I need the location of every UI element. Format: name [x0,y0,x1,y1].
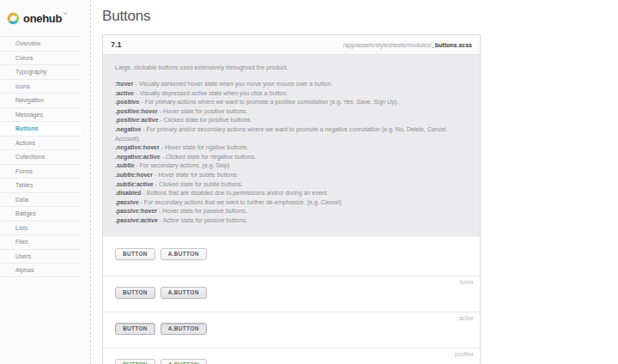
sidebar: onehub ™ OverviewColorsTypographyIconsNa… [0,0,91,364]
example-state-label: :hover [458,279,474,285]
logo-trademark: ™ [63,11,67,16]
class-definition-desc: - Clicked state for negative buttons. [161,154,256,160]
button-examples: BUTTONA.BUTTON :hover BUTTONA.BUTTON :ac… [103,237,480,364]
class-definition: .disabled - Buttons that are disabled du… [115,189,468,198]
sidebar-item-overview[interactable]: Overview [0,36,81,51]
class-definition-term: .positive [115,99,139,105]
class-definition-desc: - Active state for passive buttons. [160,217,248,223]
file-path-prefix: /app/assets/stylesheets/modules/ [343,42,432,48]
example-state-label: .positive [453,351,474,357]
class-definition-term: .subtle:hover [115,172,153,178]
example-button[interactable]: A.BUTTON [161,359,207,364]
sidebar-item-badges[interactable]: Badges [0,206,81,221]
sidebar-item-navigation[interactable]: Navigation [0,93,81,107]
class-definition-term: .positive:hover [115,108,158,114]
class-definition-desc: - Hover state for ngative buttons. [161,144,249,150]
class-definition-term: .negative:hover [115,144,160,150]
sidebar-item-data[interactable]: Data [0,192,81,207]
sidebar-item-lists[interactable]: Lists [0,221,81,235]
class-definition-desc: - Hover state for passive buttons. [159,208,247,214]
class-definition-desc: - Clicked state for positive buttons. [161,117,252,123]
example-button[interactable]: BUTTON [115,323,155,335]
example-state-label: :active [457,315,474,321]
main-content: Buttons 7.1 /app/assets/stylesheets/modu… [91,0,618,364]
class-definition-desc: - For secondary actions that we want to … [141,199,342,205]
file-path-name: _buttons.scss [432,42,472,48]
class-definition-desc: - For primary and/or secondary actions w… [115,126,446,142]
class-definition: .positive - For primary actions where we… [115,98,468,107]
sidebar-item-typography[interactable]: Typography [0,64,81,79]
sidebar-item-alphas[interactable]: Alphas [0,263,81,277]
onehub-logo-icon [7,12,20,25]
class-definition-term: .negative:active [115,154,161,160]
class-definition-term: .disabled [115,190,141,196]
class-definition: .subtle - For secondary actions. (e.g. S… [115,161,468,171]
class-definition-desc: - For secondary actions. (e.g. Skip) [136,162,230,168]
class-definition-desc: - For primary actions where we want to p… [141,99,398,105]
example-button[interactable]: A.BUTTON [161,287,207,299]
app-root: onehub ™ OverviewColorsTypographyIconsNa… [0,0,618,364]
class-definitions: :hover - Visually darkened hover state w… [115,80,468,226]
example-button-group: BUTTONA.BUTTON [115,248,480,260]
class-definition-desc: - Visually darkened hover state when you… [135,81,332,87]
class-definition-term: .passive:hover [115,208,157,214]
example-row-hover: :hover BUTTONA.BUTTON [103,276,480,312]
class-definition: .negative - For primary and/or secondary… [115,125,468,143]
class-definition: .passive:hover - Hover state for passive… [115,207,468,216]
class-definition-term: .subtle:active [115,181,154,187]
class-definition: .negative:hover - Hover state for ngativ… [115,143,468,153]
sidebar-item-forms[interactable]: Forms [0,164,81,179]
class-definition-term: .positive:active [115,117,159,123]
sidebar-item-users[interactable]: Users [0,249,81,264]
section-number: 7.1 [111,40,122,49]
page-title: Buttons [102,8,618,25]
sidebar-item-colors[interactable]: Colors [0,51,81,65]
example-button[interactable]: BUTTON [115,359,155,364]
sidebar-item-messages[interactable]: Messages [0,107,81,122]
class-definition-desc: - Clicked state for subtle buttons. [155,181,243,187]
example-button[interactable]: A.BUTTON [161,248,207,260]
class-definition: .positive:active - Clicked state for pos… [115,116,468,125]
class-definition: :hover - Visually darkened hover state w… [115,80,468,89]
example-button[interactable]: BUTTON [115,248,155,260]
class-definition-desc: - Hover state for subtle buttons. [154,172,239,178]
example-row-default: BUTTONA.BUTTON [103,237,480,276]
logo-text: onehub [23,12,62,25]
class-definition-term: :hover [115,81,133,87]
class-definition-term: :active [115,90,134,96]
sidebar-item-collections[interactable]: Collections [0,149,81,164]
class-definition-term: .passive [115,199,139,205]
class-definition-desc: - Buttons that are disabled due to permi… [142,190,328,196]
class-definition: .negative:active - Clicked state for neg… [115,153,468,162]
example-button[interactable]: A.BUTTON [161,323,207,335]
class-definition: :active - Visually depressed active stat… [115,89,468,99]
file-path: /app/assets/stylesheets/modules/_buttons… [343,42,472,48]
example-button[interactable]: BUTTON [115,287,155,299]
sidebar-item-tables[interactable]: Tables [0,178,81,192]
class-definition-term: .negative [115,126,141,132]
class-definition: .subtle:active - Clicked state for subtl… [115,180,468,190]
sidebar-item-icons[interactable]: Icons [0,79,81,94]
example-button-group: BUTTONA.BUTTON [115,323,480,335]
example-button-group: BUTTONA.BUTTON [115,287,480,299]
sidebar-item-files[interactable]: Files [0,234,81,249]
class-definition: .passive:active - Active state for passi… [115,216,468,226]
sidebar-item-actions[interactable]: Actions [0,136,81,150]
logo[interactable]: onehub ™ [0,0,90,36]
class-definition-term: .passive:active [115,217,158,223]
section-header: 7.1 /app/assets/stylesheets/modules/_but… [103,35,480,55]
example-button-group: BUTTONA.BUTTON [115,359,480,364]
section-panel: 7.1 /app/assets/stylesheets/modules/_but… [102,34,481,364]
example-row-positive: .positive BUTTONA.BUTTON [103,348,480,364]
intro-text: Large, clickable buttons used extensivel… [115,64,468,70]
class-definition-desc: - Hover state for positive buttons. [160,108,248,114]
class-definition: .passive - For secondary actions that we… [115,198,468,208]
class-definition-desc: - Visually depressed active state when y… [136,90,288,96]
sidebar-item-buttons[interactable]: Buttons [0,121,81,136]
sidebar-nav: OverviewColorsTypographyIconsNavigationM… [0,36,90,277]
class-definition: .subtle:hover - Hover state for subtle b… [115,171,468,180]
class-definition: .positive:hover - Hover state for positi… [115,107,468,117]
section-description: Large, clickable buttons used extensivel… [103,55,480,237]
class-definition-term: .subtle [115,162,135,168]
example-row-active: :active BUTTONA.BUTTON [103,312,480,348]
